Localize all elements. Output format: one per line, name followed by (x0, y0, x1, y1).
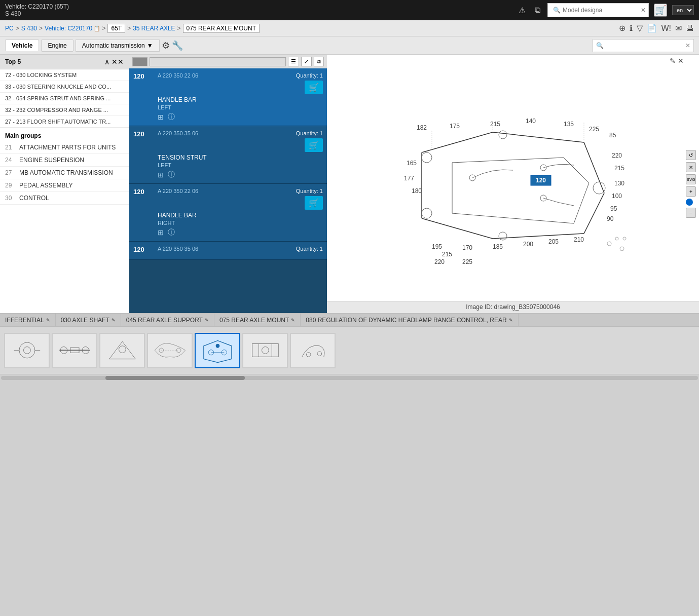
warning-icon[interactable]: ⚠ (517, 5, 528, 16)
part-item-2[interactable]: 120 A 220 350 22 06 Quantity: 1 🛒 HANDLE… (129, 184, 327, 242)
expand-view-btn[interactable]: ⤢ (301, 57, 312, 66)
breadcrumb-35rear[interactable]: 35 REAR AXLE (133, 25, 175, 32)
top-bar-icons: ⚠ ⧉ 🔍 ✕ 🛒 en de fr (517, 3, 694, 17)
breadcrumb-s430[interactable]: S 430 (21, 25, 37, 32)
scroll-indicator (150, 57, 286, 66)
main-item-4[interactable]: 30 CONTROL (0, 192, 129, 205)
cart-button[interactable]: 🛒 (654, 4, 667, 17)
part-item-1[interactable]: 120 A 220 350 35 06 Quantity: 1 🛒 TENSIO… (129, 126, 327, 184)
clear-parts-search-icon[interactable]: ✕ (685, 42, 690, 49)
drag-handle[interactable] (132, 57, 148, 66)
part-qty-0: Quantity: 1 (296, 72, 323, 79)
wis-icon[interactable]: W! (661, 24, 671, 33)
thumb-image-0[interactable] (4, 333, 50, 368)
parts-search-icon: 🔍 (596, 42, 604, 49)
info-icon-2[interactable]: ⓘ (168, 228, 175, 237)
settings-icon[interactable]: ⚙ (162, 40, 170, 51)
info-icon-1[interactable]: ⓘ (168, 170, 175, 179)
info-icon[interactable]: ℹ (630, 23, 633, 33)
thumb-image-3[interactable] (147, 333, 193, 368)
main-item-0[interactable]: 21 ATTACHMENT PARTS FOR UNITS (0, 141, 129, 154)
diagram-svg: 120 182 175 215 140 135 225 85 220 215 1… (332, 92, 694, 264)
part-icons-0: ⊞ ⓘ (133, 112, 323, 122)
zoom-in-icon[interactable]: ⊕ (619, 23, 626, 33)
model-search-input[interactable] (563, 7, 639, 14)
main-item-3[interactable]: 29 PEDAL ASSEMBLY (0, 179, 129, 192)
top5-item-1[interactable]: 33 - 030 STEERING KNUCKLE AND CO... (0, 81, 129, 93)
search-icon[interactable]: 🔍 (551, 6, 563, 15)
edit-icon[interactable]: ✎ (670, 57, 676, 65)
top5-item-0[interactable]: 72 - 030 LOCKING SYSTEM (0, 69, 129, 81)
svg-text:90: 90 (607, 215, 614, 222)
svg-text:195: 195 (432, 243, 442, 250)
breadcrumb-vehicle[interactable]: Vehicle: C220170 📋 (45, 25, 100, 32)
breadcrumb-075rear[interactable]: 075 REAR AXLE MOUNT (183, 24, 260, 33)
main-groups-title: Main groups (0, 128, 129, 141)
breadcrumb-pc[interactable]: PC (5, 25, 14, 32)
add-to-cart-1[interactable]: 🛒 (305, 138, 323, 152)
add-to-cart-0[interactable]: 🛒 (305, 81, 323, 94)
thumb-tab-3[interactable]: 075 REAR AXLE MOUNT ✎ (214, 314, 301, 326)
svg-point-75 (262, 347, 269, 354)
thumb-tab-4[interactable]: 080 REGULATION OF DYNAMIC HEADLAMP RANGE… (301, 314, 518, 326)
image-id-text: Image ID: drawing_B35075000046 (466, 303, 560, 311)
list-view-btn[interactable]: ☰ (288, 57, 299, 66)
mail-icon[interactable]: ✉ (675, 23, 682, 33)
top5-item-3[interactable]: 32 - 232 COMPRESSOR AND RANGE ... (0, 104, 129, 116)
close-icon[interactable]: ✕✕ (112, 58, 124, 66)
wrench-icon[interactable]: 🔧 (172, 40, 183, 51)
svg-text:215: 215 (490, 121, 500, 128)
part-name-2: HANDLE BAR (133, 212, 323, 219)
tab-engine[interactable]: Engine (41, 40, 73, 52)
part-item-0[interactable]: 120 A 220 350 22 06 Quantity: 1 🛒 HANDLE… (129, 68, 327, 126)
close-diagram-icon[interactable]: ✕ (678, 57, 684, 65)
scrollbar-thumb[interactable] (105, 376, 245, 380)
tab-auto-trans[interactable]: Automatic transmission ▼ (76, 40, 160, 52)
document-icon[interactable]: 📄 (647, 23, 657, 33)
vehicle-info: Vehicle: C220170 (65T) S 430 (5, 3, 69, 17)
scrollbar-track (1, 376, 698, 380)
info-icon-0[interactable]: ⓘ (168, 112, 175, 122)
thumb-image-6[interactable] (290, 333, 336, 368)
top5-item-4[interactable]: 27 - 213 FLOOR SHIFT,AUTOMATIC TR... (0, 116, 129, 128)
filter-icon[interactable]: ▽ (637, 23, 643, 33)
breadcrumb-65t[interactable]: 65T (107, 24, 125, 33)
thumb-tab-0[interactable]: IFFERENTIAL ✎ (0, 314, 56, 326)
grid-icon-0[interactable]: ⊞ (158, 113, 164, 121)
collapse-icon[interactable]: ∧ (104, 58, 109, 66)
parts-search-box[interactable]: 🔍 ✕ (593, 39, 694, 52)
language-select[interactable]: en de fr (672, 5, 694, 15)
svg-text:130: 130 (614, 180, 624, 187)
add-to-cart-2[interactable]: 🛒 (305, 196, 323, 210)
parts-search-input[interactable] (604, 42, 685, 49)
svg-text:170: 170 (462, 244, 472, 251)
copy-icon[interactable]: ⧉ (533, 5, 542, 16)
model-search-box[interactable]: 🔍 ✕ (547, 3, 649, 17)
top5-item-2[interactable]: 32 - 054 SPRING STRUT AND SPRING ... (0, 93, 129, 104)
part-item-3[interactable]: 120 A 220 350 35 06 Quantity: 1 (129, 242, 327, 260)
svg-text:205: 205 (548, 238, 559, 245)
thumb-tab-1[interactable]: 030 AXLE SHAFT ✎ (56, 314, 121, 326)
copy-view-btn[interactable]: ⧉ (314, 57, 324, 66)
svg-text:182: 182 (417, 124, 427, 131)
image-id-bar: Image ID: drawing_B35075000046 (327, 301, 699, 313)
thumb-image-2[interactable] (99, 333, 145, 368)
thumb-image-5[interactable] (242, 333, 288, 368)
thumb-image-4[interactable] (195, 333, 240, 368)
svg-text:225: 225 (589, 126, 599, 133)
part-qty-2: Quantity: 1 (296, 188, 323, 194)
print-icon[interactable]: 🖶 (686, 24, 694, 33)
thumb-tab-2[interactable]: 045 REAR AXLE SUPPORT ✎ (121, 314, 214, 326)
center-toolbar: ☰ ⤢ ⧉ (129, 55, 327, 68)
grid-icon-2[interactable]: ⊞ (158, 228, 164, 237)
bottom-scrollbar[interactable] (0, 374, 699, 381)
thumb-image-1[interactable] (52, 333, 97, 368)
clear-search-icon[interactable]: ✕ (639, 6, 648, 15)
svg-text:215: 215 (442, 251, 452, 258)
main-item-2[interactable]: 27 MB AUTOMATIC TRANSMISSION (0, 167, 129, 179)
main-item-1[interactable]: 24 ENGINE SUSPENSION (0, 154, 129, 167)
grid-icon-1[interactable]: ⊞ (158, 171, 164, 179)
tab-vehicle[interactable]: Vehicle (5, 40, 39, 51)
svg-text:135: 135 (564, 121, 574, 128)
thumbnail-tabs: IFFERENTIAL ✎ 030 AXLE SHAFT ✎ 045 REAR … (0, 314, 699, 327)
